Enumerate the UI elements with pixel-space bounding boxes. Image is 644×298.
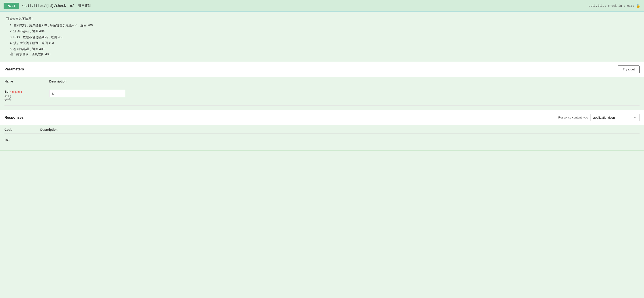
responses-col-code-header: Code — [4, 128, 40, 132]
responses-section: Responses Response content type applicat… — [0, 110, 644, 151]
description-note: 注：要求登录，否则返回 403 — [6, 52, 638, 56]
params-col-desc-header: Description — [49, 80, 640, 83]
lock-icon: 🔒 — [636, 3, 640, 8]
endpoint-title: 用户签到 — [78, 3, 91, 8]
description-list: 1. 签到成功，用户经验+10，每位管理员经验+50，返回 200 2. 活动不… — [6, 23, 638, 51]
list-item: 3. POST 数据不包含签到码，返回 400 — [10, 35, 638, 40]
param-row: id * required string (path) — [4, 85, 640, 106]
response-content-type-wrapper: Response content type application/json — [558, 114, 640, 121]
try-it-out-button[interactable]: Try it out — [618, 65, 640, 73]
response-row: 201 — [4, 134, 640, 146]
description-section: 可能会有以下情况： 1. 签到成功，用户经验+10，每位管理员经验+50，返回 … — [0, 12, 644, 62]
parameters-section: Parameters Try it out Name Description i… — [0, 62, 644, 110]
param-id-input[interactable] — [49, 90, 125, 97]
endpoint-path: /activities/{id}/check_in/ — [22, 4, 74, 8]
response-content-type-select[interactable]: application/json — [590, 114, 640, 121]
responses-section-header: Responses Response content type applicat… — [0, 110, 644, 125]
endpoint-name-lock: activities_check_in_create 🔒 — [589, 3, 641, 8]
list-item: 2. 活动不存在，返回 404 — [10, 29, 638, 33]
endpoint-header-left: POST /activities/{id}/check_in/ 用户签到 — [4, 3, 91, 9]
description-intro: 可能会有以下情况： — [6, 17, 638, 21]
response-content-type-label: Response content type — [558, 116, 588, 119]
param-name-cell: id * required string (path) — [4, 90, 49, 101]
list-item: 4. 演讲者关闭了签到，返回 403 — [10, 40, 638, 45]
endpoint-header: POST /activities/{id}/check_in/ 用户签到 act… — [0, 0, 644, 12]
params-table-wrapper: Name Description id * required string (p… — [0, 77, 644, 110]
param-location: (path) — [4, 98, 49, 101]
params-col-name-header: Name — [4, 80, 49, 83]
param-required: * required — [10, 90, 22, 93]
list-item: 5. 签到码错误，返回 403 — [10, 46, 638, 51]
method-badge: POST — [4, 3, 19, 9]
page-wrapper: POST /activities/{id}/check_in/ 用户签到 act… — [0, 0, 644, 298]
params-table-header: Name Description — [4, 77, 640, 85]
responses-section-title: Responses — [4, 116, 24, 120]
responses-table-header: Code Description — [4, 125, 640, 134]
param-name: id — [4, 90, 8, 94]
response-code: 201 — [4, 138, 40, 142]
param-desc-cell — [49, 90, 640, 97]
responses-col-desc-header: Description — [40, 128, 640, 132]
parameters-section-title: Parameters — [4, 67, 24, 71]
responses-table-wrapper: Code Description 201 — [0, 125, 644, 150]
parameters-section-header: Parameters Try it out — [0, 62, 644, 77]
param-type: string — [4, 95, 49, 98]
list-item: 1. 签到成功，用户经验+10，每位管理员经验+50，返回 200 — [10, 23, 638, 28]
endpoint-name: activities_check_in_create — [589, 4, 634, 7]
